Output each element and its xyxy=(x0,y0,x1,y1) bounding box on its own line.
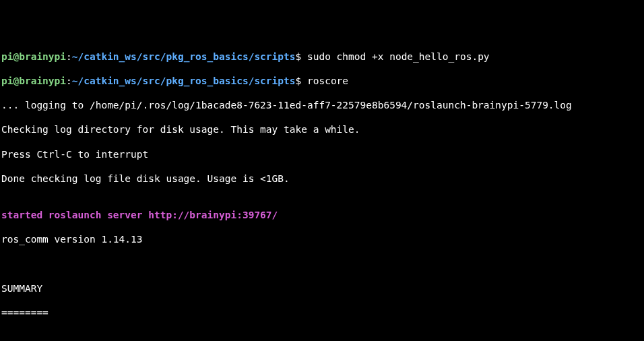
working-dir: ~/catkin_ws/src/pkg_ros_basics/scripts xyxy=(72,75,296,86)
dollar: $ xyxy=(296,51,307,62)
output-equals: ======== xyxy=(1,307,643,319)
output-roscomm: ros_comm version 1.14.13 xyxy=(1,233,643,245)
colon: : xyxy=(66,75,72,86)
prompt-line-1: pi@brainypi:~/catkin_ws/src/pkg_ros_basi… xyxy=(1,51,643,63)
dollar: $ xyxy=(296,75,307,86)
output-logging: ... logging to /home/pi/.ros/log/1bacade… xyxy=(1,99,643,111)
output-server: started roslaunch server http://brainypi… xyxy=(1,209,643,221)
user-host: pi@brainypi xyxy=(1,51,66,62)
user-host: pi@brainypi xyxy=(1,75,66,86)
output-checking: Checking log directory for disk usage. T… xyxy=(1,123,643,135)
command-1: sudo chmod +x node_hello_ros.py xyxy=(307,51,490,62)
output-done: Done checking log file disk usage. Usage… xyxy=(1,173,643,185)
prompt-line-2: pi@brainypi:~/catkin_ws/src/pkg_ros_basi… xyxy=(1,75,643,87)
output-summary: SUMMARY xyxy=(1,282,643,294)
working-dir: ~/catkin_ws/src/pkg_ros_basics/scripts xyxy=(72,51,296,62)
command-2: roscore xyxy=(307,75,348,86)
colon: : xyxy=(66,51,72,62)
output-ctrlc: Press Ctrl-C to interrupt xyxy=(1,148,643,160)
